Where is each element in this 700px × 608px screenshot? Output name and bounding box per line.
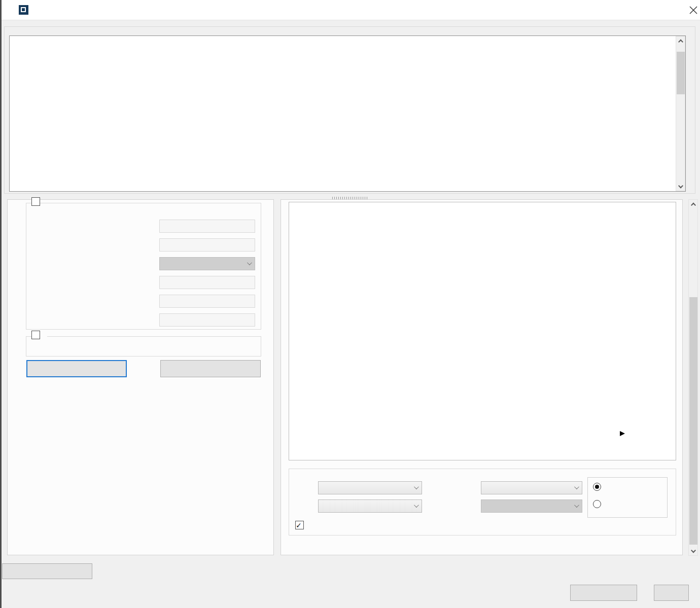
bend-location-y-field: [159, 295, 255, 308]
scrollbar-thumb[interactable]: [689, 297, 697, 545]
chevron-down-icon: [247, 260, 252, 265]
chevron-down-icon: [574, 503, 579, 508]
select-modes-button[interactable]: [570, 585, 637, 601]
bend-location-x-field: [159, 276, 255, 289]
chevron-down-icon: [414, 484, 419, 489]
waveguide-settings-panel: [7, 199, 274, 555]
mode-field-plot: [289, 202, 676, 460]
mode-list-table-widget: [9, 35, 686, 192]
cancel-button[interactable]: [654, 585, 689, 601]
bend-orientation-field: [159, 238, 255, 252]
chevron-down-icon: [574, 484, 579, 489]
calculate-modes-button[interactable]: [160, 360, 261, 377]
mode-plot-options-group: [289, 469, 676, 535]
linear-scale-radio[interactable]: [593, 483, 601, 491]
bent-waveguide-checkbox[interactable]: [31, 197, 40, 206]
restore-last-settings-button[interactable]: [26, 360, 127, 377]
superimpose-structure-checkbox[interactable]: [295, 521, 304, 529]
chevron-down-icon: [414, 503, 419, 508]
mode-table-scrollbar[interactable]: [676, 36, 685, 191]
coordinates-dropdown: [481, 499, 582, 513]
mode-field-heatmap-canvas: [330, 205, 621, 435]
advanced-options-button[interactable]: [2, 563, 92, 579]
window-left-edge: [0, 0, 2, 608]
title-bar: [2, 0, 700, 20]
scroll-down-button[interactable]: [676, 182, 685, 191]
amplitude-dropdown[interactable]: [318, 499, 422, 513]
helical-waveguide-group: [26, 336, 261, 356]
plot-dropdown[interactable]: [318, 481, 422, 494]
scrollbar-thumb[interactable]: [677, 52, 685, 94]
port-app-icon: [19, 5, 28, 15]
component-dropdown[interactable]: [481, 481, 582, 494]
log-scale-radio[interactable]: [593, 500, 601, 508]
colorbar-canvas: [624, 205, 632, 435]
mode-plot-panel: [281, 199, 683, 555]
helical-waveguide-checkbox[interactable]: [31, 331, 40, 339]
scroll-down-button[interactable]: [689, 547, 697, 555]
close-icon[interactable]: [686, 3, 700, 17]
bend-location-z-field: [159, 313, 255, 327]
scale-radio-group: [587, 477, 668, 518]
bent-waveguide-group: [26, 203, 261, 330]
scroll-up-button[interactable]: [676, 37, 685, 45]
lower-panel-scrollbar[interactable]: [688, 199, 698, 556]
x-axis-arrow-icon: [620, 431, 625, 436]
bend-radius-field: [159, 220, 255, 233]
scroll-up-button[interactable]: [689, 200, 697, 208]
bend-location-dropdown: [159, 257, 255, 270]
